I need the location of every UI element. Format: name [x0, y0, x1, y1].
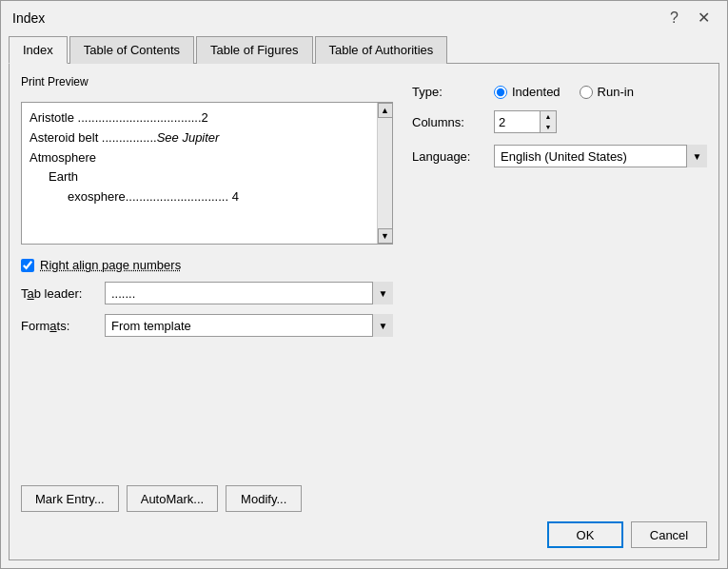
type-row: Type: Indented Run-in: [412, 85, 707, 99]
dialog-body: Print Preview Aristotle ................…: [9, 63, 719, 560]
language-row: Language: English (United States) ▼: [412, 145, 707, 167]
language-select-wrap: English (United States) ▼: [494, 145, 707, 167]
dialog-title: Index: [12, 10, 45, 26]
preview-content: Aristotle ..............................…: [30, 108, 384, 207]
preview-line-5: exosphere.............................. …: [30, 187, 367, 207]
tab-leader-label: Tab leader:: [21, 286, 97, 301]
scroll-track: [378, 118, 393, 228]
tab-bar: Index Table of Contents Table of Figures…: [1, 31, 727, 63]
formats-select[interactable]: From template: [105, 314, 393, 337]
runin-option[interactable]: Run-in: [580, 85, 634, 99]
columns-spinner: ▲ ▼: [494, 110, 557, 133]
italic-text: See Jupiter: [157, 130, 220, 145]
runin-radio[interactable]: [580, 86, 593, 99]
tab-leader-row: Tab leader: ....... ▼: [21, 282, 393, 304]
tab-toc[interactable]: Table of Contents: [69, 36, 194, 64]
type-label: Type:: [412, 85, 479, 99]
indented-radio[interactable]: [494, 86, 507, 99]
ok-button[interactable]: OK: [547, 521, 623, 548]
indented-option[interactable]: Indented: [494, 85, 561, 99]
auto-mark-button[interactable]: AutoMark...: [127, 485, 218, 512]
indented-label: Indented: [512, 85, 561, 99]
left-panel: Print Preview Aristotle ................…: [21, 75, 393, 512]
preview-scrollbar[interactable]: ▲ ▼: [377, 103, 392, 244]
preview-box: Aristotle ..............................…: [21, 102, 393, 245]
index-dialog: Index ? ✕ Index Table of Contents Table …: [0, 0, 728, 569]
title-bar-controls: ? ✕: [664, 9, 716, 28]
columns-row: Columns: ▲ ▼: [412, 110, 707, 133]
formats-row: Formats: From template ▼: [21, 314, 393, 337]
tab-index[interactable]: Index: [9, 36, 68, 64]
tab-toa[interactable]: Table of Authorities: [315, 36, 448, 64]
runin-label: Run-in: [598, 85, 634, 99]
preview-line-1: Aristotle ..............................…: [30, 108, 367, 128]
tab-leader-select-wrap: ....... ▼: [105, 282, 393, 304]
help-button[interactable]: ?: [664, 9, 684, 28]
preview-line-3: Atmosphere: [30, 148, 367, 168]
language-select[interactable]: English (United States): [494, 145, 707, 167]
type-radio-group: Indented Run-in: [494, 85, 634, 99]
columns-spinner-buttons: ▲ ▼: [540, 110, 557, 133]
columns-input[interactable]: [494, 110, 540, 133]
tab-tof[interactable]: Table of Figures: [196, 36, 313, 64]
scroll-down-arrow[interactable]: ▼: [378, 228, 393, 244]
language-label: Language:: [412, 149, 479, 164]
modify-button[interactable]: Modify...: [226, 485, 302, 512]
bottom-buttons: OK Cancel: [21, 512, 707, 548]
mark-entry-button[interactable]: Mark Entry...: [21, 485, 119, 512]
right-align-label[interactable]: Right align page numbers: [40, 258, 181, 272]
columns-increment[interactable]: ▲: [541, 111, 556, 122]
preview-line-2: Asteroid belt ................See Jupite…: [30, 128, 367, 148]
columns-label: Columns:: [412, 115, 479, 129]
right-panel: Type: Indented Run-in Columns:: [412, 75, 707, 512]
scroll-up-arrow[interactable]: ▲: [378, 103, 393, 118]
content-area: Print Preview Aristotle ................…: [21, 75, 707, 512]
preview-line-4: Earth: [30, 167, 367, 187]
columns-decrement[interactable]: ▼: [541, 122, 556, 132]
formats-label: Formats:: [21, 319, 97, 333]
right-align-checkbox[interactable]: [21, 259, 34, 272]
tab-leader-select[interactable]: .......: [105, 282, 393, 304]
right-align-row: Right align page numbers: [21, 258, 393, 272]
preview-label: Print Preview: [21, 75, 393, 88]
close-button[interactable]: ✕: [692, 9, 716, 28]
action-buttons: Mark Entry... AutoMark... Modify...: [21, 478, 393, 512]
cancel-button[interactable]: Cancel: [631, 521, 707, 548]
title-bar: Index ? ✕: [1, 1, 727, 31]
formats-select-wrap: From template ▼: [105, 314, 393, 337]
